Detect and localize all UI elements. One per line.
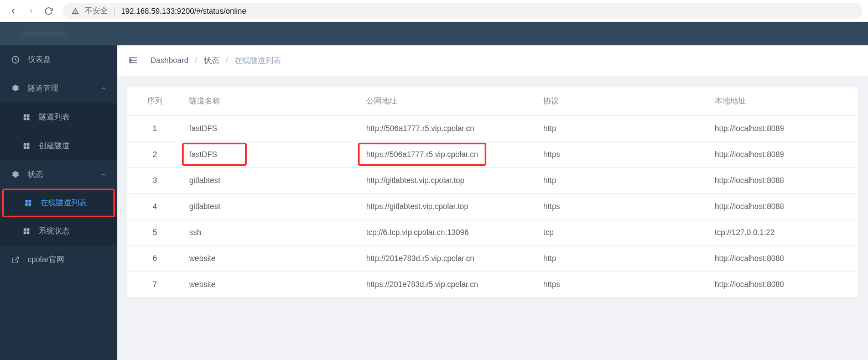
th-public-url: 公网地址 <box>360 87 537 116</box>
sidebar-item-tunnel-mgmt[interactable]: 隧道管理 <box>0 74 117 103</box>
cell-public-url[interactable]: https://201e783d.r5.vip.cpolar.cn <box>360 272 537 298</box>
th-name: 隧道名称 <box>183 87 360 116</box>
cell-seq: 3 <box>127 168 183 194</box>
cell-seq: 5 <box>127 220 183 246</box>
cell-public-url[interactable]: https://gitlabtest.vip.cpolar.top <box>360 194 537 220</box>
sidebar-item-tunnel-list[interactable]: 隧道列表 <box>0 103 117 132</box>
sidebar-label-tunnel-list: 隧道列表 <box>39 112 70 122</box>
sidebar-label-status: 状态 <box>28 170 43 180</box>
sidebar-item-system-status[interactable]: 系统状态 <box>0 217 117 246</box>
browser-toolbar: 不安全 | 192.168.59.133:9200/#/status/onlin… <box>0 0 868 22</box>
chevron-up-icon <box>101 172 106 178</box>
table-header-row: 序列 隧道名称 公网地址 协议 本地地址 <box>127 87 858 116</box>
cell-seq: 4 <box>127 194 183 220</box>
cell-name: gitlabtest <box>183 194 360 220</box>
cell-public-url[interactable]: https://506a1777.r5.vip.cpolar.cn <box>360 142 537 168</box>
cell-local-address: http://localhost:8080 <box>708 272 858 298</box>
status-icon <box>11 170 20 179</box>
tunnel-mgmt-icon <box>11 84 20 93</box>
back-button[interactable] <box>6 3 21 19</box>
cell-name: fastDFS <box>183 142 360 168</box>
cell-name: fastDFS <box>183 116 360 142</box>
sidebar-item-dashboard[interactable]: 仪表盘 <box>0 45 117 74</box>
cell-name: ssh <box>183 220 360 246</box>
not-secure-label: 不安全 <box>85 6 108 16</box>
sidebar-item-create-tunnel[interactable]: 创建隧道 <box>0 132 117 160</box>
breadcrumb-separator: / <box>226 56 228 65</box>
table-row: 5sshtcp://6.tcp.vip.cpolar.cn:13096tcptc… <box>127 220 858 246</box>
table-row: 2fastDFShttps://506a1777.r5.vip.cpolar.c… <box>127 142 858 168</box>
cell-seq: 2 <box>127 142 183 168</box>
content-area: Dashboard / 状态 / 在线隧道列表 序列 隧道名称 公网地址 协议 … <box>117 45 868 360</box>
highlight-box: fastDFS <box>182 143 247 166</box>
breadcrumb: Dashboard / 状态 / 在线隧道列表 <box>150 56 281 66</box>
sidebar: 仪表盘 隧道管理 隧道列表 创建隧道 <box>0 45 117 360</box>
cell-name: website <box>183 272 360 298</box>
sidebar-label-dashboard: 仪表盘 <box>28 55 51 65</box>
reload-button[interactable] <box>41 3 56 19</box>
cell-local-address: tcp://127.0.0.1:22 <box>708 220 858 246</box>
cell-name: website <box>183 246 360 272</box>
cell-public-url[interactable]: tcp://6.tcp.vip.cpolar.cn:13096 <box>360 220 537 246</box>
cell-seq: 6 <box>127 246 183 272</box>
cell-protocol: http <box>537 168 708 194</box>
th-protocol: 协议 <box>537 87 708 116</box>
cell-public-url[interactable]: http://506a1777.r5.vip.cpolar.cn <box>360 116 537 142</box>
table-row: 3gitlabtesthttp://gitlabtest.vip.cpolar.… <box>127 168 858 194</box>
breadcrumb-status[interactable]: 状态 <box>204 56 219 65</box>
external-link-icon <box>11 255 20 264</box>
cell-local-address: http://localhost:8089 <box>708 142 858 168</box>
logo-bar <box>0 22 868 45</box>
cell-local-address: http://localhost:8080 <box>708 246 858 272</box>
tunnel-table: 序列 隧道名称 公网地址 协议 本地地址 1fastDFShttp://506a… <box>127 87 858 298</box>
sidebar-label-create-tunnel: 创建隧道 <box>39 141 70 151</box>
grid-icon <box>22 227 31 236</box>
cell-protocol: http <box>537 116 708 142</box>
url-separator: | <box>113 7 116 15</box>
cell-public-url[interactable]: http://201e783d.r5.vip.cpolar.cn <box>360 246 537 272</box>
table-row: 7websitehttps://201e783d.r5.vip.cpolar.c… <box>127 272 858 298</box>
url-text: 192.168.59.133:9200/#/status/online <box>121 7 247 15</box>
cell-protocol: tcp <box>537 220 708 246</box>
sidebar-label-system-status: 系统状态 <box>39 226 70 236</box>
chevron-up-icon <box>101 86 106 91</box>
cell-name: gitlabtest <box>183 168 360 194</box>
cell-seq: 7 <box>127 272 183 298</box>
sidebar-label-tunnel-mgmt: 隧道管理 <box>28 84 59 93</box>
cell-protocol: https <box>537 272 708 298</box>
sidebar-label-cpolar-site: cpolar官网 <box>28 255 64 265</box>
breadcrumb-current: 在线隧道列表 <box>235 56 281 65</box>
table-row: 4gitlabtesthttps://gitlabtest.vip.cpolar… <box>127 194 858 220</box>
menu-toggle-button[interactable] <box>128 55 139 66</box>
th-seq: 序列 <box>127 87 183 116</box>
sidebar-label-online-tunnel-list: 在线隧道列表 <box>40 198 87 208</box>
dashboard-icon <box>11 55 20 64</box>
sidebar-item-cpolar-site[interactable]: cpolar官网 <box>0 246 117 274</box>
sidebar-item-status[interactable]: 状态 <box>0 160 117 189</box>
not-secure-icon <box>71 7 79 15</box>
grid-icon <box>22 113 31 122</box>
content-header: Dashboard / 状态 / 在线隧道列表 <box>117 45 868 76</box>
grid-icon <box>22 142 31 150</box>
cell-protocol: https <box>537 142 708 168</box>
forward-button[interactable] <box>23 3 39 19</box>
th-local-address: 本地地址 <box>708 87 858 116</box>
tunnel-table-wrapper: 序列 隧道名称 公网地址 协议 本地地址 1fastDFShttp://506a… <box>127 87 858 298</box>
sidebar-item-online-tunnel-list[interactable]: 在线隧道列表 <box>2 189 115 217</box>
table-row: 1fastDFShttp://506a1777.r5.vip.cpolar.cn… <box>127 116 858 142</box>
cell-local-address: http://localhost:8088 <box>708 168 858 194</box>
grid-icon <box>24 199 33 207</box>
cell-protocol: https <box>537 194 708 220</box>
highlight-box: https://506a1777.r5.vip.cpolar.cn <box>358 143 486 166</box>
table-row: 6websitehttp://201e783d.r5.vip.cpolar.cn… <box>127 246 858 272</box>
cell-protocol: http <box>537 246 708 272</box>
breadcrumb-separator: / <box>195 56 197 65</box>
address-bar[interactable]: 不安全 | 192.168.59.133:9200/#/status/onlin… <box>63 3 862 19</box>
cell-public-url[interactable]: http://gitlabtest.vip.cpolar.top <box>360 168 537 194</box>
cell-local-address: http://localhost:8088 <box>708 194 858 220</box>
cell-seq: 1 <box>127 116 183 142</box>
cell-local-address: http://localhost:8089 <box>708 116 858 142</box>
breadcrumb-dashboard[interactable]: Dashboard <box>150 56 189 65</box>
